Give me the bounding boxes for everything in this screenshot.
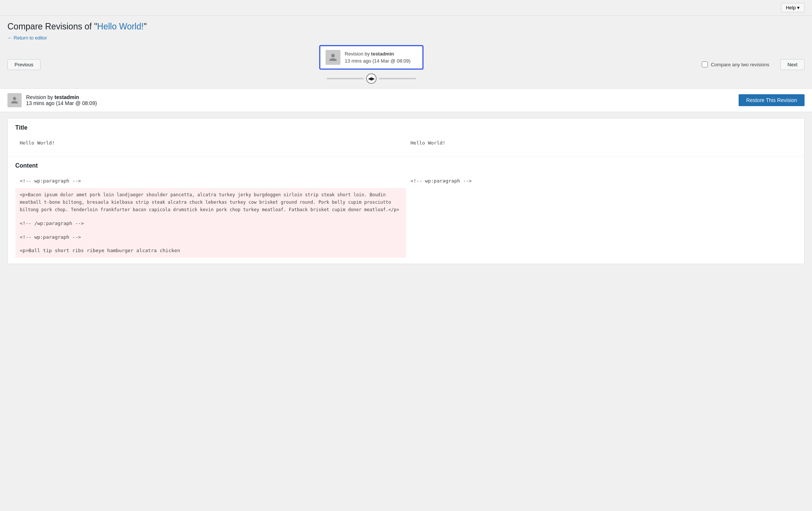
diff-content-right-para bbox=[406, 188, 797, 217]
revision-tooltip-time: 13 mins ago (14 Mar @ 08:09) bbox=[345, 57, 411, 65]
diff-content-right-comment1: <!-- wp:paragraph --> bbox=[406, 174, 797, 188]
diff-content-para-row: <p>Bacon ipsum dolor amet pork loin land… bbox=[15, 188, 797, 217]
diff-content-comment3-row: <!-- wp:paragraph --> bbox=[15, 231, 797, 244]
compare-two-label[interactable]: Compare any two revisions bbox=[711, 62, 769, 67]
diff-content-label: Content bbox=[15, 162, 797, 169]
revision-bar: Revision by testadmin 13 mins ago (14 Ma… bbox=[0, 88, 812, 112]
revision-tooltip: Revision by testadmin 13 mins ago (14 Ma… bbox=[319, 45, 424, 70]
page-title: Compare Revisions of "Hello World!" bbox=[7, 22, 805, 32]
help-button[interactable]: Help ▾ bbox=[781, 3, 805, 12]
return-to-editor-link[interactable]: ← Return to editor bbox=[7, 35, 47, 41]
top-bar: Help ▾ bbox=[0, 0, 812, 16]
diff-title-left: Hello World! bbox=[15, 136, 406, 150]
slider-center: Revision by testadmin 13 mins ago (14 Ma… bbox=[319, 45, 424, 84]
restore-revision-button[interactable]: Restore This Revision bbox=[739, 94, 805, 106]
slider-track: ◀▶ bbox=[327, 73, 416, 84]
diff-title-row: Hello World! Hello World! bbox=[15, 136, 797, 150]
diff-title-label: Title bbox=[15, 124, 797, 131]
page-header: Compare Revisions of "Hello World!" ← Re… bbox=[0, 16, 812, 41]
revision-bar-time: 13 mins ago (14 Mar @ 08:09) bbox=[26, 100, 97, 106]
revision-tooltip-info: Revision by testadmin 13 mins ago (14 Ma… bbox=[345, 50, 411, 65]
diff-title-section: Title Hello World! Hello World! bbox=[8, 118, 804, 156]
slider-line-left bbox=[327, 78, 364, 79]
post-title-link[interactable]: Hello World! bbox=[97, 22, 144, 31]
diff-content-para2-row: <p>Ball tip short ribs ribeye hamburger … bbox=[15, 244, 797, 258]
diff-content-section: Content <!-- wp:paragraph --> <!-- wp:pa… bbox=[8, 156, 804, 264]
avatar bbox=[326, 50, 340, 65]
diff-content-right-comment3 bbox=[406, 231, 797, 244]
diff-content-left-comment3: <!-- wp:paragraph --> bbox=[15, 231, 406, 244]
diff-content-left-para2: <p>Ball tip short ribs ribeye hamburger … bbox=[15, 244, 406, 258]
diff-content-comment1-row: <!-- wp:paragraph --> <!-- wp:paragraph … bbox=[15, 174, 797, 188]
diff-content-left-comment1: <!-- wp:paragraph --> bbox=[15, 174, 406, 188]
diff-title-right: Hello World! bbox=[406, 136, 797, 150]
diff-container: Title Hello World! Hello World! Content … bbox=[7, 118, 805, 264]
slider-area: Previous Revision by testadmin 13 mins a… bbox=[0, 41, 812, 88]
next-button[interactable]: Next bbox=[780, 59, 805, 70]
diff-content-right-para2 bbox=[406, 244, 797, 258]
revision-bar-avatar bbox=[7, 93, 22, 107]
revision-bar-left: Revision by testadmin 13 mins ago (14 Ma… bbox=[7, 93, 97, 107]
revision-bar-author: Revision by testadmin bbox=[26, 94, 97, 100]
previous-button[interactable]: Previous bbox=[7, 59, 41, 70]
diff-content-left-comment2: <!-- /wp:paragraph --> bbox=[15, 217, 406, 231]
slider-handle[interactable]: ◀▶ bbox=[366, 73, 377, 84]
revision-bar-info: Revision by testadmin 13 mins ago (14 Ma… bbox=[26, 94, 97, 106]
diff-content-left-para: <p>Bacon ipsum dolor amet pork loin land… bbox=[15, 188, 406, 217]
compare-checkbox-area: Compare any two revisions bbox=[702, 61, 769, 67]
compare-two-checkbox[interactable] bbox=[702, 61, 708, 67]
slider-line-right bbox=[379, 78, 416, 79]
diff-content-right-comment2 bbox=[406, 217, 797, 231]
diff-content-comment2-row: <!-- /wp:paragraph --> bbox=[15, 217, 797, 231]
revision-tooltip-author: Revision by testadmin bbox=[345, 50, 411, 58]
